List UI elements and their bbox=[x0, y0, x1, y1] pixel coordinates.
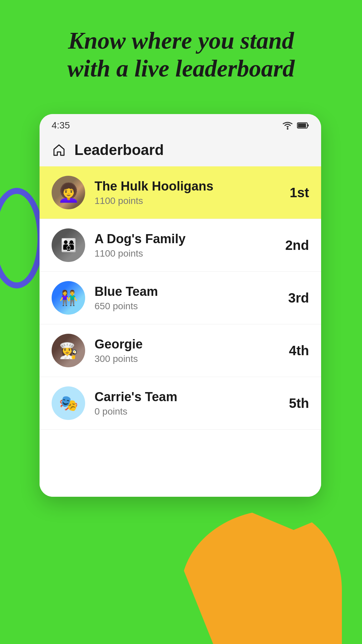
team-info: The Hulk Hooligans 1100 points bbox=[95, 179, 273, 206]
rank: 1st bbox=[282, 185, 309, 200]
rank: 2nd bbox=[282, 238, 309, 253]
leaderboard-item[interactable]: The Hulk Hooligans 1100 points 1st bbox=[40, 166, 321, 219]
home-icon[interactable] bbox=[52, 143, 66, 157]
app-header: Leaderboard bbox=[40, 135, 321, 166]
team-points: 650 points bbox=[95, 301, 273, 312]
svg-rect-2 bbox=[298, 123, 306, 127]
battery-icon bbox=[297, 121, 309, 129]
status-bar: 4:35 bbox=[40, 114, 321, 135]
blue-circle-decoration bbox=[0, 188, 44, 288]
phone-frame: 4:35 Leaderboard bbox=[40, 114, 321, 497]
leaderboard-item[interactable]: A Dog's Family 1100 points 2nd bbox=[40, 219, 321, 272]
headline: Know where you stand with a live leaderb… bbox=[0, 0, 362, 103]
headline-line1: Know where you stand bbox=[68, 27, 294, 54]
orange-blob-decoration bbox=[181, 510, 342, 644]
avatar bbox=[52, 334, 85, 367]
svg-rect-3 bbox=[307, 124, 309, 126]
leaderboard-list: The Hulk Hooligans 1100 points 1st A Dog… bbox=[40, 166, 321, 497]
status-icons bbox=[282, 121, 309, 130]
status-time: 4:35 bbox=[52, 120, 70, 131]
team-name: The Hulk Hooligans bbox=[95, 179, 273, 194]
avatar bbox=[52, 176, 85, 209]
team-info: A Dog's Family 1100 points bbox=[95, 232, 273, 259]
leaderboard-item[interactable]: Blue Team 650 points 3rd bbox=[40, 272, 321, 324]
team-name: Carrie's Team bbox=[95, 390, 273, 404]
leaderboard-item[interactable]: Carrie's Team 0 points 5th bbox=[40, 377, 321, 430]
team-points: 300 points bbox=[95, 354, 273, 364]
rank: 4th bbox=[282, 343, 309, 358]
wifi-icon bbox=[282, 121, 294, 130]
team-info: Blue Team 650 points bbox=[95, 284, 273, 312]
app-title: Leaderboard bbox=[74, 142, 164, 158]
avatar bbox=[52, 228, 85, 262]
svg-point-0 bbox=[287, 128, 289, 130]
team-info: Georgie 300 points bbox=[95, 337, 273, 364]
team-name: A Dog's Family bbox=[95, 232, 273, 246]
team-points: 1100 points bbox=[95, 248, 273, 259]
team-points: 1100 points bbox=[95, 196, 273, 206]
team-name: Georgie bbox=[95, 337, 273, 352]
rank: 5th bbox=[282, 396, 309, 411]
team-name: Blue Team bbox=[95, 284, 273, 299]
avatar bbox=[52, 281, 85, 315]
headline-line2: with a live leaderboard bbox=[67, 55, 295, 82]
leaderboard-item[interactable]: Georgie 300 points 4th bbox=[40, 324, 321, 377]
rank: 3rd bbox=[282, 290, 309, 306]
avatar bbox=[52, 386, 85, 420]
team-points: 0 points bbox=[95, 406, 273, 417]
team-info: Carrie's Team 0 points bbox=[95, 390, 273, 417]
empty-space bbox=[40, 430, 321, 497]
